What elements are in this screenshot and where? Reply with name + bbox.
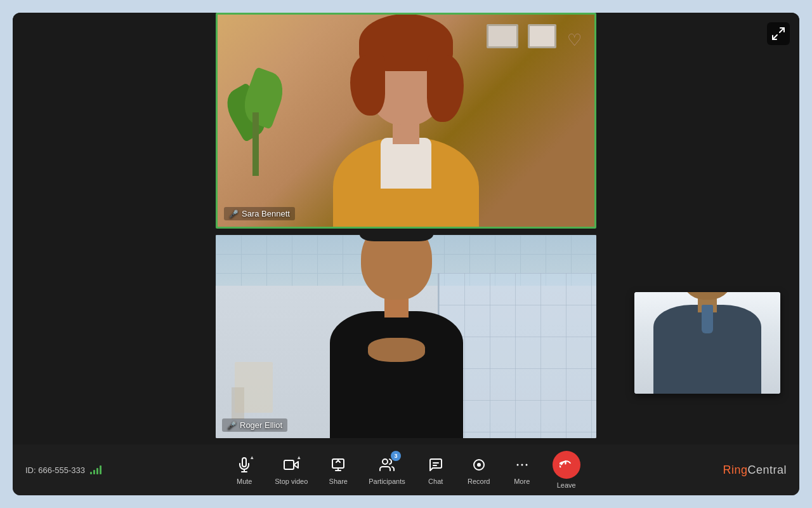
sara-name: Sara Bennett [242, 209, 290, 218]
mute-button[interactable]: ▲ Mute [225, 451, 263, 489]
brand-logo: RingCentral [723, 464, 787, 477]
record-icon-container [469, 455, 489, 475]
share-label: Share [329, 478, 348, 485]
signal-bar-2 [93, 470, 95, 474]
roger-video-frame: 🎤 Roger Elliot [216, 235, 596, 438]
roger-person [301, 235, 492, 438]
brand-central: Central [747, 464, 787, 476]
svg-point-15 [521, 464, 523, 466]
record-button[interactable]: Record [460, 451, 498, 489]
share-icon [331, 457, 346, 472]
signal-bar-4 [100, 465, 102, 474]
chat-label: Chat [428, 478, 443, 485]
signal-strength [90, 465, 102, 474]
toolbar-left: ID: 666-555-333 [25, 465, 127, 475]
pip-tie [702, 305, 713, 333]
sara-mic-icon: 🎤 [229, 210, 239, 218]
stop-video-icon-container: ▲ [281, 455, 301, 475]
signal-bar-3 [96, 468, 98, 474]
pip-person [644, 292, 771, 394]
leave-icon-container [553, 451, 580, 479]
meeting-id: ID: 666-555-333 [25, 465, 85, 475]
svg-point-16 [525, 464, 527, 466]
participant-count-badge: 3 [391, 451, 401, 461]
sara-video-frame: ♡ [216, 13, 596, 229]
app-container: ♡ [13, 13, 799, 495]
roger-mic-muted-icon: 🎤 [227, 421, 237, 430]
more-icon-container [512, 455, 532, 475]
record-icon [471, 457, 487, 472]
more-button[interactable]: More [503, 451, 541, 489]
sara-hair-left [350, 55, 385, 116]
toolbar-right: RingCentral [685, 464, 787, 477]
fullscreen-button[interactable] [767, 22, 790, 45]
svg-line-0 [780, 28, 784, 32]
leave-icon [560, 458, 573, 472]
mute-icon-container: ▲ [234, 455, 254, 475]
stop-video-label: Stop video [275, 478, 308, 485]
roger-name-tag: 🎤 Roger Elliot [222, 418, 287, 432]
brand-ring: Ring [723, 464, 747, 476]
roger-video-feed [216, 235, 596, 438]
chat-icon-container [426, 455, 446, 475]
svg-point-14 [516, 464, 518, 466]
participants-button[interactable]: 3 Participants [362, 451, 411, 489]
sara-shirt [381, 138, 431, 189]
leave-button[interactable]: Leave [546, 447, 587, 493]
participants-icon-container: 3 [377, 455, 397, 475]
video-bottom-section: 🎤 Roger Elliot [13, 229, 799, 444]
record-label: Record [468, 478, 490, 485]
roger-jacket [330, 311, 463, 438]
pip-participant [634, 292, 780, 394]
more-icon [514, 457, 530, 472]
participants-label: Participants [369, 478, 405, 485]
svg-rect-5 [284, 460, 294, 469]
sara-person [311, 23, 501, 227]
svg-point-13 [477, 463, 481, 467]
sara-hair-right [427, 55, 464, 122]
mute-label: Mute [237, 478, 252, 485]
video-area: ♡ [13, 13, 799, 444]
roger-name: Roger Elliot [240, 420, 282, 430]
toolbar: ID: 666-555-333 ▲ [13, 444, 799, 495]
sara-name-tag: 🎤 Sara Bennett [224, 207, 295, 220]
office-stand [232, 387, 244, 419]
share-icon-container [328, 455, 348, 475]
share-button[interactable]: Share [319, 451, 357, 489]
chat-icon [428, 457, 443, 472]
svg-line-1 [773, 35, 777, 39]
sara-video-feed: ♡ [218, 15, 594, 227]
mute-caret: ▲ [248, 453, 256, 461]
roger-hands [368, 338, 425, 362]
heart-decoration: ♡ [567, 30, 582, 50]
chat-button[interactable]: Chat [417, 451, 455, 489]
toolbar-center: ▲ Mute ▲ Stop video [225, 447, 586, 493]
pip-head [679, 292, 735, 300]
roger-hair [360, 235, 433, 241]
more-label: More [514, 478, 530, 485]
video-caret: ▲ [295, 453, 303, 461]
stop-video-button[interactable]: ▲ Stop video [268, 451, 314, 489]
wall-frame-2 [528, 24, 556, 48]
leave-label: Leave [557, 481, 576, 489]
video-top-section: ♡ [13, 13, 799, 229]
fullscreen-icon [771, 26, 786, 41]
pip-video-feed [634, 292, 780, 394]
plant-decoration [230, 74, 281, 176]
svg-marker-4 [294, 462, 298, 468]
roger-head [361, 235, 432, 300]
signal-bar-1 [90, 472, 92, 474]
svg-point-9 [383, 459, 388, 464]
